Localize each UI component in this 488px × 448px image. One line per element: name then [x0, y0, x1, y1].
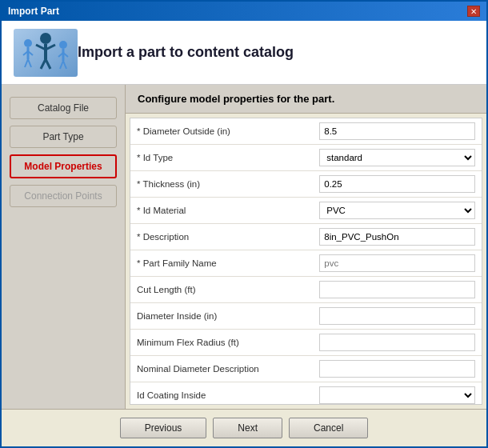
form-scroll-area[interactable]: * Diameter Outside (in) * Id Type standa… — [130, 118, 482, 405]
field-label-diameter-outside: * Diameter Outside (in) — [130, 118, 313, 145]
field-label-diameter-inside: Diameter Inside (in) — [130, 303, 313, 330]
table-row: * Id Material PVC Steel Copper — [130, 198, 482, 224]
window-title: Import Part — [8, 6, 59, 17]
table-row: Minimum Flex Radius (ft) — [130, 330, 482, 356]
properties-table: * Diameter Outside (in) * Id Type standa… — [130, 118, 482, 405]
svg-point-13 — [59, 41, 67, 49]
close-button[interactable]: ✕ — [467, 6, 480, 17]
header-area: Import a part to content catalog — [2, 21, 486, 85]
input-diameter-inside[interactable] — [319, 307, 475, 325]
table-row: * Part Family Name — [130, 250, 482, 277]
input-thickness[interactable] — [319, 175, 475, 193]
input-nominal-diameter[interactable] — [319, 360, 475, 378]
previous-button[interactable]: Previous — [120, 418, 207, 438]
input-description[interactable] — [319, 228, 475, 246]
select-id-coating-inside[interactable] — [319, 386, 475, 404]
field-label-cut-length: Cut Length (ft) — [130, 277, 313, 303]
field-label-min-flex-radius: Minimum Flex Radius (ft) — [130, 330, 313, 356]
sidebar-item-connection-points: Connection Points — [10, 185, 117, 207]
title-bar: Import Part ✕ — [2, 2, 486, 21]
cancel-button[interactable]: Cancel — [289, 418, 368, 438]
input-diameter-outside[interactable] — [319, 122, 475, 140]
sidebar-item-part-type[interactable]: Part Type — [10, 126, 117, 148]
section-title: Configure model properties for the part. — [126, 85, 486, 114]
input-part-family-name[interactable] — [319, 254, 475, 272]
table-row: * Thickness (in) — [130, 171, 482, 198]
next-button[interactable]: Next — [213, 418, 282, 438]
svg-point-7 — [40, 33, 51, 44]
field-label-nominal-diameter: Nominal Diameter Description — [130, 356, 313, 382]
field-label-id-material: * Id Material — [130, 198, 313, 224]
field-label-part-family-name: * Part Family Name — [130, 250, 313, 277]
sidebar-item-model-properties[interactable]: Model Properties — [10, 154, 117, 178]
table-row: Cut Length (ft) — [130, 277, 482, 303]
select-id-material[interactable]: PVC Steel Copper — [319, 202, 475, 219]
input-cut-length[interactable] — [319, 281, 475, 298]
table-row: * Id Type standard other — [130, 145, 482, 171]
import-part-window: Import Part ✕ — [0, 0, 488, 448]
table-row: Nominal Diameter Description — [130, 356, 482, 382]
sidebar-item-catalog-file[interactable]: Catalog File — [10, 97, 117, 119]
content-area: Catalog File Part Type Model Properties … — [2, 85, 486, 409]
table-row: Diameter Inside (in) — [130, 303, 482, 330]
main-panel: Configure model properties for the part.… — [126, 85, 486, 409]
table-row: * Description — [130, 224, 482, 250]
header-title: Import a part to content catalog — [78, 44, 294, 61]
input-min-flex-radius[interactable] — [319, 334, 475, 351]
table-row: * Diameter Outside (in) — [130, 118, 482, 145]
sidebar: Catalog File Part Type Model Properties … — [2, 85, 126, 409]
field-label-thickness: * Thickness (in) — [130, 171, 313, 198]
table-row: Id Coating Inside — [130, 382, 482, 406]
footer: Previous Next Cancel — [2, 409, 486, 446]
header-icon — [14, 29, 78, 77]
field-label-id-coating-inside: Id Coating Inside — [130, 382, 313, 406]
svg-point-1 — [24, 39, 32, 47]
field-label-id-type: * Id Type — [130, 145, 313, 171]
select-id-type[interactable]: standard other — [319, 149, 475, 166]
field-label-description: * Description — [130, 224, 313, 250]
